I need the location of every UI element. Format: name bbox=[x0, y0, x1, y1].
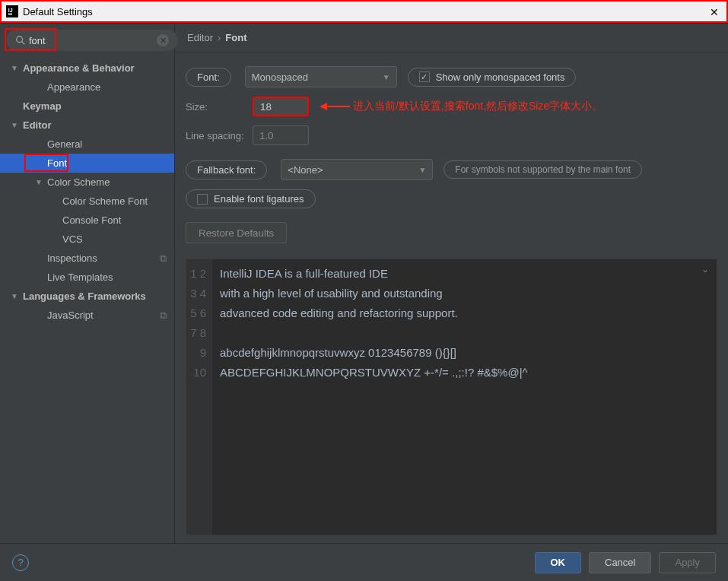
sidebar-item-label: Live Templates bbox=[47, 271, 113, 283]
copy-icon: ⧉ bbox=[160, 310, 167, 322]
settings-sidebar: ✕ ▼Appearance & BehaviorAppearanceKeymap… bbox=[0, 24, 175, 543]
sidebar-item-vcs[interactable]: VCS bbox=[0, 230, 174, 249]
sidebar-item-general[interactable]: General bbox=[0, 135, 174, 154]
line-spacing-label: Line spacing: bbox=[186, 130, 253, 141]
ligatures-label: Enable font ligatures bbox=[214, 193, 304, 205]
app-icon: IJ bbox=[6, 5, 18, 17]
search-clear-icon[interactable]: ✕ bbox=[157, 34, 169, 46]
sidebar-item-label: JavaScript bbox=[47, 310, 94, 321]
sidebar-item-label: Keymap bbox=[23, 100, 62, 112]
font-preview-editor: 1 2 3 4 5 6 7 8 9 10 IntelliJ IDEA is a … bbox=[186, 259, 717, 535]
size-label: Size: bbox=[186, 101, 253, 113]
dialog-footer: ? OK Cancel Apply bbox=[0, 543, 728, 581]
sidebar-item-live-templates[interactable]: Live Templates bbox=[0, 268, 174, 287]
ok-button[interactable]: OK bbox=[535, 552, 582, 573]
chevron-down-icon: ▼ bbox=[35, 178, 44, 186]
sidebar-item-label: VCS bbox=[62, 233, 83, 245]
line-spacing-input[interactable] bbox=[253, 125, 309, 145]
sidebar-item-label: General bbox=[47, 138, 82, 150]
sidebar-item-appearance-behavior[interactable]: ▼Appearance & Behavior bbox=[0, 59, 174, 78]
font-dropdown-value: Monospaced bbox=[252, 71, 308, 83]
window-titlebar: IJ Default Settings ✕ bbox=[0, 0, 728, 23]
sidebar-item-label: Console Font bbox=[62, 214, 121, 226]
breadcrumb: Editor › Font bbox=[175, 24, 728, 52]
settings-content: Editor › Font Font: Monospaced ▼ Show on… bbox=[175, 24, 728, 543]
sidebar-item-label: Font bbox=[47, 157, 67, 169]
svg-rect-1 bbox=[8, 14, 12, 15]
window-title: Default Settings bbox=[23, 6, 93, 17]
svg-marker-6 bbox=[319, 103, 327, 110]
fallback-font-label: Fallback font: bbox=[186, 160, 267, 179]
svg-text:IJ: IJ bbox=[8, 8, 13, 13]
size-input[interactable] bbox=[253, 97, 309, 116]
sidebar-item-languages-frameworks[interactable]: ▼Languages & Frameworks bbox=[0, 287, 174, 306]
sidebar-item-console-font[interactable]: Console Font bbox=[0, 211, 174, 230]
sidebar-item-inspections[interactable]: Inspections⧉ bbox=[0, 249, 174, 268]
sidebar-item-label: Color Scheme Font bbox=[62, 195, 148, 207]
chevron-down-icon: ▼ bbox=[11, 121, 20, 129]
sidebar-item-color-scheme-font[interactable]: Color Scheme Font bbox=[0, 192, 174, 211]
editor-code: IntelliJ IDEA is a full-featured IDE wit… bbox=[212, 259, 717, 535]
search-input[interactable] bbox=[29, 35, 157, 46]
editor-gutter: 1 2 3 4 5 6 7 8 9 10 bbox=[186, 259, 212, 535]
sidebar-item-javascript[interactable]: JavaScript⧉ bbox=[0, 306, 174, 325]
breadcrumb-root[interactable]: Editor bbox=[187, 32, 213, 43]
font-form: Font: Monospaced ▼ Show only monospaced … bbox=[175, 52, 728, 251]
sidebar-item-label: Inspections bbox=[47, 252, 97, 264]
show-monospaced-checkbox[interactable]: Show only monospaced fonts bbox=[408, 68, 577, 87]
sidebar-item-editor[interactable]: ▼Editor bbox=[0, 116, 174, 135]
chevron-down-icon: ▼ bbox=[11, 292, 20, 300]
restore-defaults-button[interactable]: Restore Defaults bbox=[186, 222, 287, 243]
checkbox-icon bbox=[419, 71, 430, 82]
svg-point-3 bbox=[17, 37, 23, 43]
close-icon[interactable]: ✕ bbox=[710, 6, 719, 18]
font-dropdown[interactable]: Monospaced ▼ bbox=[245, 66, 397, 87]
chevron-down-icon: ▼ bbox=[383, 73, 390, 81]
help-icon[interactable]: ? bbox=[12, 554, 29, 571]
svg-line-4 bbox=[22, 42, 25, 45]
sidebar-item-label: Editor bbox=[23, 119, 52, 131]
sidebar-item-label: Languages & Frameworks bbox=[23, 290, 146, 302]
chevron-right-icon: › bbox=[218, 32, 221, 43]
sidebar-item-label: Color Scheme bbox=[47, 176, 110, 188]
search-field-wrap: ✕ bbox=[6, 30, 178, 51]
annotation-text: 进入当前/默认设置,搜索font,然后修改Size字体大小。 bbox=[353, 100, 602, 113]
cancel-button[interactable]: Cancel bbox=[589, 552, 651, 573]
fallback-info: For symbols not supported by the main fo… bbox=[443, 160, 642, 179]
ligatures-checkbox[interactable]: Enable font ligatures bbox=[186, 189, 316, 208]
fold-icon[interactable]: ⌄ bbox=[701, 264, 709, 275]
sidebar-item-appearance[interactable]: Appearance bbox=[0, 78, 174, 97]
sidebar-item-font[interactable]: Font bbox=[0, 154, 174, 173]
font-label-pill: Font: bbox=[186, 68, 231, 87]
annotation-arrow: 进入当前/默认设置,搜索font,然后修改Size字体大小。 bbox=[319, 100, 602, 113]
show-monospaced-label: Show only monospaced fonts bbox=[436, 71, 565, 83]
checkbox-icon bbox=[197, 194, 208, 205]
breadcrumb-leaf: Font bbox=[225, 32, 246, 43]
settings-tree: ▼Appearance & BehaviorAppearanceKeymap▼E… bbox=[0, 56, 174, 543]
sidebar-item-color-scheme[interactable]: ▼Color Scheme bbox=[0, 173, 174, 192]
sidebar-item-keymap[interactable]: Keymap bbox=[0, 97, 174, 116]
search-icon bbox=[15, 35, 26, 46]
sidebar-item-label: Appearance & Behavior bbox=[23, 62, 135, 74]
sidebar-item-label: Appearance bbox=[47, 81, 100, 93]
chevron-down-icon: ▼ bbox=[418, 166, 426, 174]
chevron-down-icon: ▼ bbox=[11, 64, 20, 72]
fallback-font-dropdown[interactable]: <None> ▼ bbox=[281, 159, 433, 180]
fallback-font-value: <None> bbox=[288, 164, 323, 176]
apply-button[interactable]: Apply bbox=[659, 552, 716, 573]
copy-icon: ⧉ bbox=[160, 252, 167, 265]
